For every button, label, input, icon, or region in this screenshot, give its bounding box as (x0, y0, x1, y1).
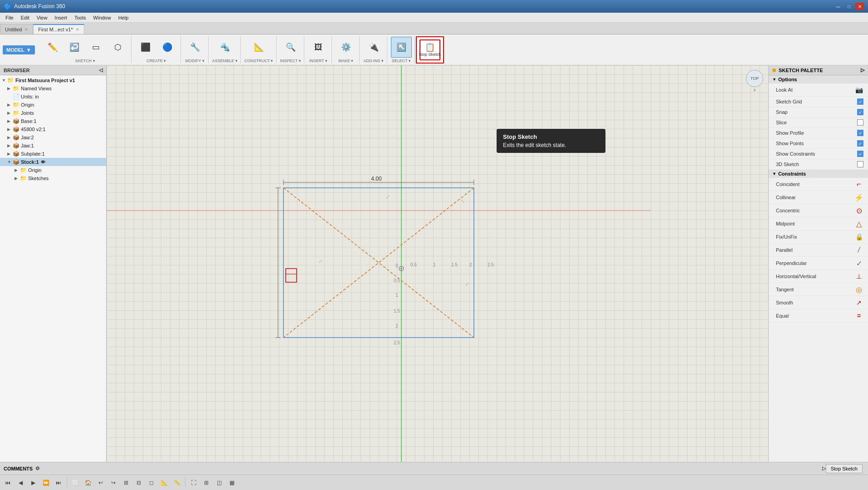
close-tab-first-matsuura[interactable]: ✕ (76, 27, 79, 32)
menu-insert[interactable]: Insert (51, 14, 71, 21)
equal-icon[interactable]: = (854, 311, 863, 320)
tree-item-units[interactable]: 📄 Units: in (0, 93, 106, 101)
zoom-out-btn[interactable]: ⊟ (133, 477, 145, 488)
insert-btn[interactable]: 🖼 (308, 37, 329, 58)
comments-settings-icon[interactable]: ⚙ (35, 466, 40, 471)
view-fit-btn[interactable]: ◻ (146, 477, 157, 488)
create-revolve-btn[interactable]: 🔵 (157, 37, 178, 58)
tree-item-45800[interactable]: ▶ 📦 45800 v2:1 (0, 125, 106, 133)
stop-sketch-bottom-button[interactable]: Stop Sketch (826, 464, 863, 473)
fix-unfix-icon[interactable]: 🔒 (854, 232, 863, 241)
maximize-button[interactable]: □ (844, 3, 853, 10)
coincident-icon[interactable]: ⌐ (854, 180, 863, 189)
model-dropdown[interactable]: MODEL ▼ (3, 45, 35, 54)
panel-view-btn[interactable]: ◫ (213, 477, 225, 488)
addins-btn[interactable]: 🔌 (363, 37, 384, 58)
slice-checkbox[interactable] (857, 119, 863, 126)
sketch-grid-checkbox[interactable]: ✓ (857, 98, 863, 105)
redo-bottom-btn[interactable]: ↪ (107, 477, 119, 488)
minimize-button[interactable]: — (834, 3, 843, 10)
menu-help[interactable]: Help (115, 14, 132, 21)
menu-window[interactable]: Window (90, 14, 115, 21)
create-label: CREATE ▾ (146, 59, 166, 63)
timeline-box-btn[interactable]: ⬜ (69, 477, 81, 488)
constraints-section-header[interactable]: ▼ Constraints (769, 170, 868, 178)
menu-edit[interactable]: Edit (17, 14, 33, 21)
modify-btn[interactable]: 🔧 (185, 37, 205, 58)
horiz-vert-icon[interactable]: ⊥ (854, 272, 863, 281)
axis-indicator: TOP 2 (746, 70, 764, 97)
close-button[interactable]: ✕ (855, 3, 864, 10)
look-at-button[interactable]: 📷 (854, 85, 863, 94)
comments-label: COMMENTS (4, 466, 33, 471)
options-section-header[interactable]: ▼ Options (769, 75, 868, 83)
inspect-btn[interactable]: 🔍 (280, 37, 301, 58)
toolbar-section-assemble: 🔩 ASSEMBLE ▾ (210, 36, 241, 64)
select-btn[interactable]: ↖️ (391, 37, 412, 58)
palette-expand-icon[interactable]: ▷ (861, 67, 864, 73)
make-label: MAKE ▾ (338, 59, 353, 63)
menu-view[interactable]: View (33, 14, 51, 21)
palette-show-points: Show Points ✓ (769, 138, 868, 149)
svg-text:2.5: 2.5 (394, 340, 400, 345)
svg-text:↔: ↔ (462, 279, 472, 289)
tree-item-stock1[interactable]: ▼ 📦 Stock:1 👁 (0, 158, 106, 166)
show-profile-checkbox[interactable]: ✓ (857, 130, 863, 136)
tangent-icon[interactable]: ◎ (854, 285, 863, 294)
smooth-icon[interactable]: ↗ (854, 298, 863, 307)
tree-item-named-views[interactable]: ▶ 📁 Named Views (0, 84, 106, 93)
menu-tools[interactable]: Tools (71, 14, 90, 21)
tree-item-root[interactable]: ▼ 📁 First Matsuura Project v1 (0, 76, 106, 84)
menu-file[interactable]: File (2, 14, 17, 21)
toolbar-section-select: ↖️ SELECT ▾ (388, 36, 415, 64)
playback-last-btn[interactable]: ⏭ (53, 477, 64, 488)
grid-view-btn[interactable]: ⛶ (188, 477, 200, 488)
playback-prev-btn[interactable]: ◀ (15, 477, 26, 488)
comments-expand-icon[interactable]: ▷ (822, 466, 826, 471)
sketch-3d-btn[interactable]: ⬡ (107, 37, 128, 58)
sketch-create-btn[interactable]: ✏️ (42, 37, 63, 58)
canvas-area[interactable]: 4.00 0 0.5 1 1.5 2 2.5 0.5 1 1.5 2 2.5 ↔… (107, 65, 768, 462)
tree-item-joints[interactable]: ▶ 📁 Joints (0, 109, 106, 117)
tree-item-origin[interactable]: ▶ 📁 Origin (0, 101, 106, 109)
sketch-undo-btn[interactable]: ↩️ (64, 37, 85, 58)
svg-text:1.5: 1.5 (394, 309, 400, 314)
midpoint-icon[interactable]: △ (854, 219, 863, 228)
tree-item-origin2[interactable]: ▶ 📁 Origin (0, 166, 106, 174)
undo-bottom-btn[interactable]: ↩ (95, 477, 107, 488)
playback-play-btn[interactable]: ▶ (27, 477, 39, 488)
tab-untitled[interactable]: Untitled ✕ (0, 24, 33, 34)
measure-btn[interactable]: 📐 (158, 477, 170, 488)
concentric-icon[interactable]: ⊙ (854, 206, 863, 215)
close-tab-untitled[interactable]: ✕ (24, 27, 28, 32)
layout-btn[interactable]: ▦ (226, 477, 238, 488)
construct-btn[interactable]: 📐 (249, 37, 269, 58)
stop-sketch-button[interactable]: 📋 Stop Sketch (419, 39, 440, 60)
tree-item-base[interactable]: ▶ 📦 Base:1 (0, 117, 106, 125)
create-extrude-btn[interactable]: ⬛ (135, 37, 156, 58)
3d-sketch-checkbox[interactable] (857, 161, 863, 167)
collinear-icon[interactable]: ⚡ (854, 193, 863, 202)
ruler-btn[interactable]: 📏 (171, 477, 183, 488)
home-btn[interactable]: 🏠 (82, 477, 94, 488)
tree-item-jaw2[interactable]: ▶ 📦 Jaw:2 (0, 133, 106, 142)
show-points-checkbox[interactable]: ✓ (857, 140, 863, 147)
browser-title: BROWSER (4, 68, 29, 73)
perpendicular-icon[interactable]: ✓ (854, 259, 863, 268)
view-cube[interactable]: TOP (746, 70, 763, 87)
snap-checkbox[interactable]: ✓ (857, 109, 863, 115)
split-view-btn[interactable]: ⊞ (200, 477, 212, 488)
playback-next-btn[interactable]: ⏩ (40, 477, 52, 488)
browser-collapse-icon[interactable]: ◁ (99, 67, 102, 73)
make-btn[interactable]: ⚙️ (336, 37, 356, 58)
tree-item-jaw1[interactable]: ▶ 📦 Jaw:1 (0, 142, 106, 150)
tree-item-subplate[interactable]: ▶ 📦 Subplate:1 (0, 150, 106, 158)
assemble-btn[interactable]: 🔩 (215, 37, 235, 58)
playback-first-btn[interactable]: ⏮ (2, 477, 14, 488)
show-constraints-checkbox[interactable]: ✓ (857, 151, 863, 157)
zoom-in-btn[interactable]: ⊞ (120, 477, 132, 488)
parallel-icon[interactable]: / (854, 245, 863, 255)
sketch-rect-btn[interactable]: ▭ (86, 37, 107, 58)
tree-item-sketches[interactable]: ▶ 📁 Sketches (0, 174, 106, 182)
tab-first-matsuura[interactable]: First M...ect v1* ✕ (33, 24, 84, 34)
